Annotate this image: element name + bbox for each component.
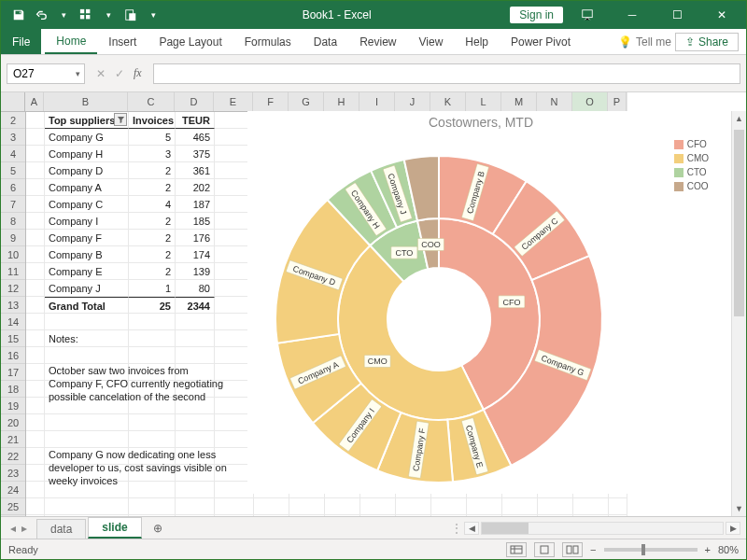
cell-D25[interactable] <box>176 498 215 515</box>
cell-K25[interactable] <box>431 498 467 515</box>
cell-F25[interactable] <box>254 498 289 515</box>
cell-A20[interactable] <box>26 414 45 431</box>
normal-view-button[interactable] <box>506 542 527 557</box>
col-header-E[interactable]: E <box>214 92 253 111</box>
row-header-13[interactable]: 13 <box>1 297 25 314</box>
tab-home[interactable]: Home <box>45 29 97 54</box>
tab-insert[interactable]: Insert <box>97 29 148 54</box>
cell-D12[interactable]: 80 <box>176 280 215 297</box>
new-sheet-button[interactable]: ⊕ <box>144 522 172 535</box>
cell-A11[interactable] <box>26 263 45 280</box>
cell-D14[interactable] <box>176 314 215 330</box>
cell-I26[interactable] <box>360 515 396 516</box>
cell-M25[interactable] <box>502 498 538 515</box>
col-header-A[interactable]: A <box>25 92 44 111</box>
cell-C16[interactable] <box>129 347 176 364</box>
cell-C3[interactable]: 5 <box>129 129 176 146</box>
cell-B2[interactable]: Top suppliers <box>45 112 129 129</box>
cell-C26[interactable] <box>129 515 176 516</box>
cell-D7[interactable]: 187 <box>176 196 215 213</box>
cell-C10[interactable]: 2 <box>129 246 176 263</box>
cell-K26[interactable] <box>431 515 467 516</box>
vscroll-thumb[interactable] <box>734 130 744 316</box>
signin-button[interactable]: Sign in <box>510 7 563 23</box>
col-header-M[interactable]: M <box>501 92 537 111</box>
row-header-17[interactable]: 17 <box>1 364 25 381</box>
cell-O26[interactable] <box>573 515 609 516</box>
cell-B20[interactable] <box>45 414 129 431</box>
horizontal-scrollbar[interactable]: ⋮ ◀ ▶ <box>172 522 746 535</box>
zoom-level[interactable]: 80% <box>718 544 739 555</box>
cell-B11[interactable]: Company E <box>45 263 129 280</box>
cell-C20[interactable] <box>129 414 176 431</box>
undo-icon[interactable] <box>31 5 51 25</box>
name-box[interactable]: O27 <box>7 63 85 84</box>
col-header-H[interactable]: H <box>324 92 359 111</box>
row-header-20[interactable]: 20 <box>1 414 25 431</box>
tab-help[interactable]: Help <box>454 29 500 54</box>
share-button[interactable]: ⇪ Share <box>675 33 739 51</box>
cell-D26[interactable] <box>176 515 215 516</box>
cell-B4[interactable]: Company H <box>45 146 129 162</box>
page-break-view-button[interactable] <box>562 542 583 557</box>
cell-B15[interactable]: Notes: <box>45 330 129 347</box>
cell-B21[interactable] <box>45 431 129 448</box>
cell-A15[interactable] <box>26 330 45 347</box>
filter-icon[interactable] <box>114 113 127 126</box>
cell-D6[interactable]: 202 <box>176 179 215 196</box>
row-header-5[interactable]: 5 <box>1 162 25 179</box>
row-header-3[interactable]: 3 <box>1 129 25 146</box>
cell-D11[interactable]: 139 <box>176 263 215 280</box>
ribbon-options-icon[interactable] <box>567 1 608 29</box>
row-header-16[interactable]: 16 <box>1 347 25 364</box>
row-header-23[interactable]: 23 <box>1 465 25 482</box>
cell-C7[interactable]: 4 <box>129 196 176 213</box>
cell-D21[interactable] <box>176 431 215 448</box>
row-header-6[interactable]: 6 <box>1 179 25 196</box>
scroll-up-icon[interactable]: ▲ <box>732 111 746 126</box>
col-header-G[interactable]: G <box>289 92 324 111</box>
cell-C13[interactable]: 25 <box>129 297 176 314</box>
cell-C6[interactable]: 2 <box>129 179 176 196</box>
qat-dropdown-icon[interactable]: ▾ <box>143 5 163 25</box>
cell-C9[interactable]: 2 <box>129 230 176 246</box>
scroll-left-icon[interactable]: ◀ <box>464 522 479 535</box>
cell-A4[interactable] <box>26 146 45 162</box>
cell-E25[interactable] <box>215 498 254 515</box>
fx-icon[interactable]: fx <box>134 66 142 80</box>
cell-D16[interactable] <box>176 347 215 364</box>
tell-me-search[interactable]: 💡 Tell me <box>618 35 671 49</box>
cell-A9[interactable] <box>26 230 45 246</box>
sheet-nav[interactable]: ◂▸ <box>1 522 36 535</box>
cell-G26[interactable] <box>289 515 325 516</box>
cell-C2[interactable]: Invoices <box>129 112 176 129</box>
cell-C11[interactable]: 2 <box>129 263 176 280</box>
col-header-F[interactable]: F <box>253 92 289 111</box>
cell-H25[interactable] <box>325 498 360 515</box>
cell-C8[interactable]: 2 <box>129 213 176 230</box>
save-icon[interactable] <box>8 5 29 25</box>
row-header-26[interactable]: 26 <box>1 515 25 516</box>
zoom-slider[interactable] <box>604 548 698 552</box>
cell-B3[interactable]: Company G <box>45 129 129 146</box>
row-header-7[interactable]: 7 <box>1 196 25 213</box>
scroll-right-icon[interactable]: ▶ <box>726 522 740 535</box>
cell-A23[interactable] <box>26 465 45 482</box>
sheet-tab-slide[interactable]: slide <box>88 517 141 539</box>
cell-C21[interactable] <box>129 431 176 448</box>
col-header-J[interactable]: J <box>395 92 430 111</box>
row-header-18[interactable]: 18 <box>1 381 25 398</box>
cell-A8[interactable] <box>26 213 45 230</box>
cell-C4[interactable]: 3 <box>129 146 176 162</box>
row-header-21[interactable]: 21 <box>1 431 25 448</box>
cell-C15[interactable] <box>129 330 176 347</box>
cell-M26[interactable] <box>502 515 538 516</box>
cell-D5[interactable]: 361 <box>176 162 215 179</box>
cell-N25[interactable] <box>538 498 573 515</box>
sunburst-chart[interactable]: Costowners, MTD CFOCMOCTOCOO CFOCMOCTOCO… <box>247 111 714 494</box>
row-header-8[interactable]: 8 <box>1 213 25 230</box>
tab-view[interactable]: View <box>408 29 455 54</box>
cell-A19[interactable] <box>26 398 45 414</box>
cell-A5[interactable] <box>26 162 45 179</box>
cell-C12[interactable]: 1 <box>129 280 176 297</box>
